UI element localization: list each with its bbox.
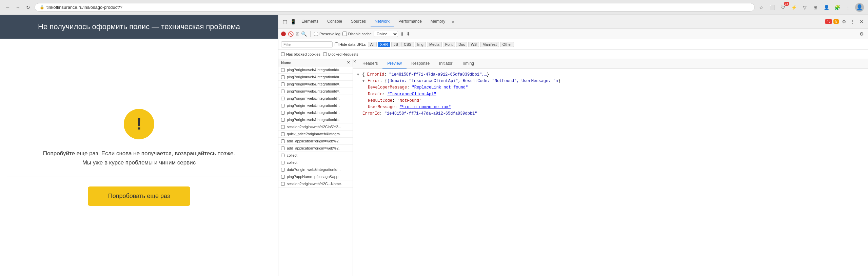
puzzle-icon[interactable]: 🧩 — [833, 4, 841, 11]
forward-button[interactable]: → — [14, 4, 22, 11]
network-item[interactable]: ping?origin=web&integrationId=. — [278, 88, 353, 95]
filter-js[interactable]: JS — [391, 42, 400, 47]
back-button[interactable]: ← — [4, 4, 12, 11]
network-item[interactable]: collect — [278, 159, 353, 166]
tab-response[interactable]: Response — [407, 59, 434, 68]
tab-timing[interactable]: Timing — [457, 59, 479, 68]
network-item[interactable]: collect — [278, 152, 353, 159]
filter-ws[interactable]: WS — [468, 42, 479, 47]
network-item-checkbox[interactable] — [281, 168, 285, 172]
network-item[interactable]: add_application?origin=web%2. — [278, 138, 353, 145]
hide-data-urls-checkbox[interactable] — [335, 42, 338, 46]
network-item-checkbox[interactable] — [281, 125, 285, 129]
filter-doc[interactable]: Doc — [456, 42, 468, 47]
blocked-requests-checkbox[interactable] — [323, 52, 327, 56]
lightning-icon[interactable]: ⚡ — [790, 4, 797, 11]
apps-icon[interactable]: ⊞ — [812, 4, 819, 11]
network-item-checkbox[interactable] — [281, 118, 285, 122]
network-item-checkbox[interactable] — [281, 111, 285, 115]
preview-tab-close-icon[interactable]: ✕ — [353, 59, 356, 68]
blocked-requests-label[interactable]: Blocked Requests — [323, 52, 358, 56]
filter-media[interactable]: Media — [427, 42, 442, 47]
filter-css[interactable]: CSS — [401, 42, 414, 47]
network-item-checkbox[interactable] — [281, 161, 285, 164]
network-item-checkbox[interactable] — [281, 68, 285, 72]
network-item[interactable]: ping?origin=web&integrationId=. — [278, 66, 353, 74]
tab-performance[interactable]: Performance — [394, 17, 426, 26]
filter-manifest[interactable]: Manifest — [480, 42, 499, 47]
filter-input[interactable] — [281, 41, 333, 47]
account-icon[interactable]: 👤 — [823, 4, 830, 11]
preserve-log-checkbox[interactable] — [314, 32, 318, 36]
hide-data-urls-label[interactable]: Hide data URLs — [335, 42, 366, 46]
network-item[interactable]: ping?origin=web&integrationId=. — [278, 74, 353, 81]
network-item[interactable]: ping?origin=web&integrationId=. — [278, 116, 353, 123]
device-toolbar-icon[interactable]: 📱 — [289, 18, 297, 25]
settings-icon[interactable]: ⚙ — [840, 18, 848, 25]
filter-font[interactable]: Font — [443, 42, 455, 47]
network-item-checkbox[interactable] — [281, 97, 285, 100]
filter-other[interactable]: Other — [500, 42, 514, 47]
close-network-detail-icon[interactable]: ✕ — [347, 60, 350, 65]
network-item-checkbox[interactable] — [281, 104, 285, 107]
network-settings-icon[interactable]: ⚙ — [858, 30, 865, 38]
tab-preview[interactable]: Preview — [382, 59, 407, 68]
expand-error-icon[interactable]: ▼ — [362, 79, 364, 84]
disable-cache-label[interactable]: Disable cache — [342, 32, 372, 36]
retry-button[interactable]: Попробовать еще раз — [88, 186, 190, 206]
inspect-element-icon[interactable]: ⬚ — [281, 18, 289, 25]
network-item[interactable]: session?origin=web%2C...Name. — [278, 180, 353, 188]
devtools-more-tabs[interactable]: » — [450, 20, 456, 24]
more-options-icon[interactable]: ⋮ — [849, 18, 856, 25]
has-blocked-cookies-checkbox[interactable] — [281, 52, 285, 56]
network-item-checkbox[interactable] — [281, 75, 285, 79]
tab-headers[interactable]: Headers — [358, 59, 382, 68]
tab-elements[interactable]: Elements — [297, 17, 322, 26]
network-item[interactable]: ping?origin=web&integrationId=. — [278, 109, 353, 116]
network-item[interactable]: data?origin=web&integrationId=. — [278, 166, 353, 173]
network-item[interactable]: ping?origin=web&integrationId=. — [278, 95, 353, 102]
tab-network[interactable]: Network — [371, 17, 394, 26]
has-blocked-cookies-label[interactable]: Has blocked cookies — [281, 52, 320, 56]
record-button[interactable] — [281, 32, 286, 36]
close-devtools-icon[interactable]: ✕ — [858, 18, 865, 25]
clear-button[interactable]: 🚫 — [288, 31, 294, 37]
tab-sources[interactable]: Sources — [347, 17, 370, 26]
filter-xhr[interactable]: XHR — [378, 42, 390, 47]
network-item[interactable]: add_application?origin=web%2. — [278, 145, 353, 152]
website-panel: Не получилось оформить полис — техническ… — [0, 15, 278, 276]
avatar[interactable]: 👤 — [855, 3, 864, 12]
disable-cache-checkbox[interactable] — [342, 32, 347, 36]
tab-memory[interactable]: Memory — [427, 17, 449, 26]
network-item-checkbox[interactable] — [281, 154, 285, 157]
bookmark-icon[interactable]: ☆ — [757, 4, 765, 11]
address-bar[interactable]: 🔒 tinkoffinsurance.ru/ins/osago-product/… — [35, 3, 755, 12]
search-icon[interactable]: 🔍 — [301, 31, 307, 37]
filter-icon[interactable]: ▽ — [801, 4, 808, 11]
throttle-select[interactable]: Online Offline Slow 3G Fast 3G — [374, 31, 398, 37]
filter-all[interactable]: All — [368, 42, 377, 47]
network-item-checkbox[interactable] — [281, 146, 285, 150]
network-item-checkbox[interactable] — [281, 132, 285, 136]
network-item[interactable]: quick_price?origin=web&integra. — [278, 131, 353, 138]
preserve-log-label[interactable]: Preserve log — [314, 32, 340, 36]
json-user-message-key: UserMessage — [368, 105, 395, 110]
tab-initiator[interactable]: Initiator — [434, 59, 457, 68]
filter-icon[interactable]: ⧖ — [296, 31, 299, 37]
filter-img[interactable]: Img — [415, 42, 426, 47]
network-item[interactable]: session?origin=web%2Clb5%2... — [278, 123, 353, 131]
screenshot-icon[interactable]: ⬜ — [768, 4, 776, 11]
network-item-checkbox[interactable] — [281, 175, 285, 179]
network-item-checkbox[interactable] — [281, 139, 285, 143]
network-item[interactable]: ping?origin=web&integrationId=. — [278, 102, 353, 109]
network-item-checkbox[interactable] — [281, 182, 285, 186]
tab-console[interactable]: Console — [323, 17, 346, 26]
expand-icon[interactable]: ▼ — [357, 72, 359, 78]
reload-button[interactable]: ↻ — [24, 4, 32, 11]
extension-icon[interactable]: 🛡 — [779, 4, 787, 11]
network-item[interactable]: ping?origin=web&integrationId=. — [278, 81, 353, 88]
network-item[interactable]: ping?appName=pfposago&app. — [278, 173, 353, 180]
network-item-checkbox[interactable] — [281, 90, 285, 93]
menu-icon[interactable]: ⋮ — [844, 4, 852, 11]
network-item-checkbox[interactable] — [281, 82, 285, 86]
